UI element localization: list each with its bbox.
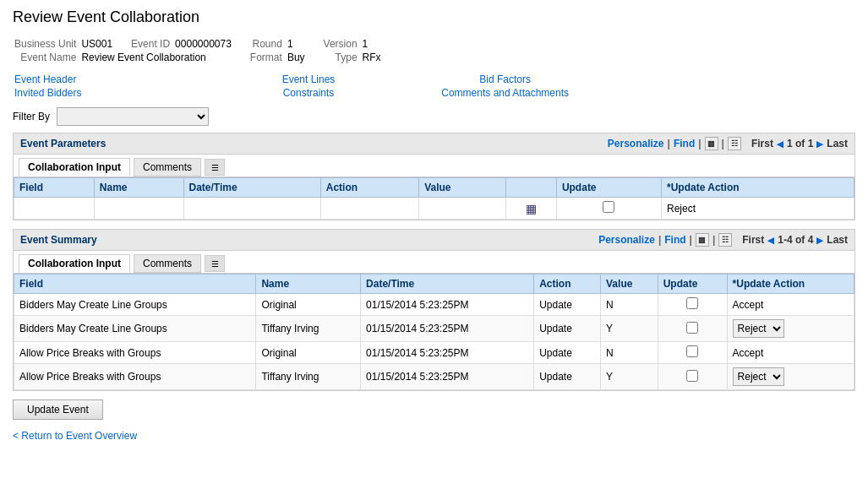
type-value: RFx [363,52,381,63]
es-row-value: Y [601,364,658,390]
format-label: Format [250,52,286,63]
es-find-link[interactable]: Find [664,234,685,246]
es-personalize-link[interactable]: Personalize [598,234,655,246]
ep-row-action [320,198,418,220]
es-col-action: Action [534,274,601,294]
es-row-value: Y [601,316,658,342]
return-to-overview-link[interactable]: < Return to Event Overview [13,430,137,442]
event-parameters-tabs: Collaboration Input Comments ☰ [14,155,854,177]
ep-row-datetime [183,198,320,220]
event-parameters-table: Field Name Date/Time Action Value Update… [14,177,854,220]
es-col-datetime: Date/Time [361,274,534,294]
es-next-arrow[interactable]: ▶ [816,236,823,245]
es-row-update-checkbox[interactable] [686,370,698,382]
es-first: First [742,234,764,246]
es-last: Last [827,234,848,246]
ep-tab-comments[interactable]: Comments [134,158,201,177]
filter-label: Filter By [13,111,50,122]
es-row-datetime: 01/15/2014 5:23:25PM [361,316,534,342]
version-value: 1 [363,38,381,50]
ep-col-name: Name [94,178,183,198]
es-row-field: Allow Price Breaks with Groups [14,342,256,364]
ep-col-value: Value [419,178,506,198]
event-header-link[interactable]: Event Header [14,73,76,85]
es-row-value: N [601,342,658,364]
ep-row-field [14,198,95,220]
ep-personalize-link[interactable]: Personalize [608,138,664,149]
event-name-label: Event Name [14,52,79,63]
es-tab-collaboration-input[interactable]: Collaboration Input [19,254,130,273]
es-nav-info: 1-4 of 4 [778,234,813,246]
es-view-icon[interactable]: ▦ [696,233,709,247]
es-row-name: Tiffany Irving [256,364,361,390]
ep-grid-icon[interactable]: ☷ [728,137,741,150]
ep-col-action: Action [320,178,418,198]
es-row-update-cell [658,364,727,390]
es-col-update: Update [658,274,727,294]
es-row-update-cell [658,294,727,316]
invited-bidders-link[interactable]: Invited Bidders [14,87,81,99]
ep-col-field: Field [14,178,95,198]
version-label: Version [324,38,361,50]
comments-attachments-link[interactable]: Comments and Attachments [441,87,569,99]
table-row: Bidders May Create Line GroupsTiffany Ir… [14,316,854,342]
ep-row-name [94,198,183,220]
filter-select[interactable] [57,107,209,126]
es-col-update-action: *Update Action [727,274,854,294]
es-row-update-action: Accept [727,294,854,316]
es-row-update-cell [658,316,727,342]
es-col-field: Field [14,274,256,294]
es-col-value: Value [601,274,658,294]
event-parameters-header: Event Parameters Personalize | Find | ▦ … [14,133,854,155]
es-row-update-action: Accept [727,342,854,364]
es-grid-icon[interactable]: ☷ [718,233,732,247]
round-label: Round [250,38,286,50]
event-lines-link[interactable]: Event Lines [282,73,336,85]
es-tab-icon[interactable]: ☰ [205,255,225,272]
es-row-action: Update [534,294,601,316]
ep-view-icon[interactable]: ▦ [705,137,718,150]
page-title: Review Event Collaboration [13,8,855,26]
es-row-field: Bidders May Create Line Groups [14,294,256,316]
ep-nav-info: 1 of 1 [787,138,813,149]
ep-next-arrow[interactable]: ▶ [816,139,823,149]
ep-col-update-action: *Update Action [662,178,854,198]
ep-find-link[interactable]: Find [674,138,695,149]
ep-col-spacer [505,178,556,198]
es-row-update-action[interactable]: AcceptReject [727,364,854,390]
ep-tab-collaboration-input[interactable]: Collaboration Input [19,158,130,177]
update-event-container: Update Event [13,399,855,420]
event-summary-section: Event Summary Personalize | Find | ▦ | ☷… [13,229,855,391]
ep-col-datetime: Date/Time [183,178,320,198]
bid-factors-link[interactable]: Bid Factors [479,73,531,85]
table-row: Bidders May Create Line GroupsOriginal01… [14,294,854,316]
es-row-update-checkbox[interactable] [686,297,698,309]
table-row: ▦ Reject [14,198,854,220]
es-tab-comments[interactable]: Comments [134,254,201,273]
update-event-button[interactable]: Update Event [13,399,103,420]
ep-copy-icon[interactable]: ▦ [526,202,537,215]
constraints-link[interactable]: Constraints [283,87,335,99]
ep-first: First [751,138,773,149]
business-unit-label: Business Unit [14,38,79,50]
es-row-name: Original [256,342,361,364]
es-row-update-action[interactable]: AcceptReject [727,316,854,342]
es-row-value: N [601,294,658,316]
es-row-field: Bidders May Create Line Groups [14,316,256,342]
ep-row-update-checkbox[interactable] [603,201,614,213]
es-row-update-action-select[interactable]: AcceptReject [733,319,784,338]
es-row-update-checkbox[interactable] [686,345,698,357]
event-summary-table: Field Name Date/Time Action Value Update… [14,274,854,390]
es-row-name: Original [256,294,361,316]
es-prev-arrow[interactable]: ◀ [767,236,774,245]
es-row-update-checkbox[interactable] [686,322,698,334]
es-row-update-action-select[interactable]: AcceptReject [733,367,784,386]
ep-tab-icon[interactable]: ☰ [205,159,225,176]
es-row-action: Update [534,364,601,390]
table-row: Allow Price Breaks with GroupsOriginal01… [14,342,854,364]
es-row-action: Update [534,342,601,364]
table-row: Allow Price Breaks with GroupsTiffany Ir… [14,364,854,390]
format-value: Buy [287,52,322,63]
ep-row-update-action: Reject [662,198,854,220]
ep-prev-arrow[interactable]: ◀ [777,139,783,149]
